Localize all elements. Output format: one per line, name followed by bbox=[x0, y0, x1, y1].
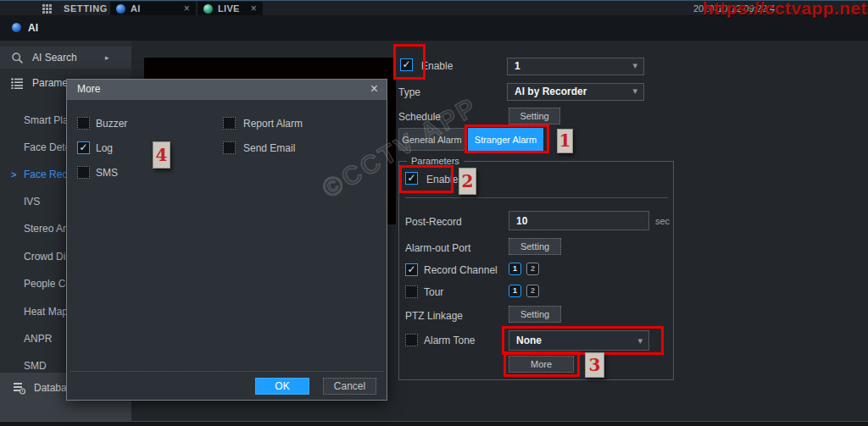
tour-2-button[interactable]: 2 bbox=[526, 285, 539, 297]
report-alarm-checkbox[interactable] bbox=[223, 117, 236, 130]
type-select[interactable]: AI by Recorder ▾ bbox=[507, 83, 644, 101]
annotation-step-3: 3 bbox=[585, 352, 604, 378]
tab-general-alarm[interactable]: General Alarm bbox=[398, 128, 465, 151]
chevron-down-icon: ▾ bbox=[637, 335, 643, 346]
tab-ai[interactable]: AI × bbox=[110, 2, 196, 15]
send-email-checkbox[interactable] bbox=[223, 141, 236, 154]
tab-stranger-alarm[interactable]: Stranger Alarm bbox=[468, 128, 543, 151]
datetime-display: 2020-10-12 09:22:4 bbox=[693, 2, 775, 16]
annotation-step-2: 2 bbox=[459, 168, 476, 195]
channel-select-value: 1 bbox=[515, 60, 520, 72]
list-icon bbox=[11, 78, 24, 89]
enable-checkbox[interactable]: ✓ bbox=[400, 58, 413, 71]
record-channel-checkbox[interactable]: ✓ bbox=[405, 263, 418, 276]
more-dialog-title: More bbox=[77, 83, 100, 95]
sms-label: SMS bbox=[96, 167, 118, 179]
check-icon: ✓ bbox=[402, 58, 410, 70]
enable-label: Enable bbox=[421, 60, 453, 72]
schedule-setting-button[interactable]: Setting bbox=[509, 108, 560, 124]
search-icon bbox=[11, 52, 24, 64]
database-icon bbox=[13, 382, 26, 395]
channel-select[interactable]: 1 ▾ bbox=[507, 58, 644, 75]
check-icon: ✓ bbox=[407, 263, 415, 275]
send-email-label: Send Email bbox=[243, 142, 295, 154]
more-dialog-titlebar[interactable]: More × bbox=[67, 80, 387, 100]
tour-label: Tour bbox=[424, 286, 443, 298]
bottom-strip bbox=[0, 421, 868, 426]
post-record-unit: sec bbox=[655, 216, 670, 226]
ok-button[interactable]: OK bbox=[255, 378, 309, 395]
alarm-tone-value: None bbox=[516, 335, 542, 346]
tab-ai-close-icon[interactable]: × bbox=[184, 3, 190, 14]
type-label: Type bbox=[398, 86, 420, 98]
sidebar-item-label: SMD bbox=[24, 360, 47, 372]
live-globe-icon bbox=[203, 4, 213, 14]
tour-checkbox[interactable] bbox=[405, 285, 418, 298]
log-checkbox[interactable]: ✓ bbox=[77, 141, 90, 154]
chevron-down-icon: ▾ bbox=[632, 86, 637, 97]
tour-1-button[interactable]: 1 bbox=[509, 285, 521, 297]
param-enable-checkbox[interactable]: ✓ bbox=[405, 172, 418, 185]
header-ai-icon bbox=[12, 23, 21, 32]
report-alarm-label: Report Alarm bbox=[243, 118, 303, 130]
ai-sphere-icon bbox=[116, 4, 125, 14]
sidebar-item-label: Heat Map bbox=[24, 306, 68, 318]
annotation-step-4: 4 bbox=[153, 141, 170, 169]
alarm-out-setting-button[interactable]: Setting bbox=[509, 238, 561, 255]
close-icon[interactable]: × bbox=[370, 81, 378, 97]
alarm-tone-checkbox[interactable] bbox=[405, 334, 418, 346]
top-tab-bar: SETTING AI × LIVE × 2020-10-12 09:22:4 bbox=[0, 0, 868, 15]
tab-ai-label: AI bbox=[131, 3, 141, 14]
log-label: Log bbox=[96, 142, 113, 154]
cancel-button[interactable]: Cancel bbox=[323, 378, 376, 395]
divider bbox=[70, 371, 383, 372]
more-button[interactable]: More bbox=[509, 356, 574, 373]
record-channel-1-button[interactable]: 1 bbox=[509, 263, 521, 275]
record-channel-label: Record Channel bbox=[424, 264, 498, 276]
tab-setting[interactable]: SETTING bbox=[64, 2, 108, 16]
chevron-down-icon: ▾ bbox=[632, 60, 637, 71]
page-title: AI bbox=[28, 22, 38, 34]
annotation-step-1: 1 bbox=[557, 129, 573, 153]
check-icon: ✓ bbox=[407, 172, 415, 184]
record-channel-2-button[interactable]: 2 bbox=[526, 263, 539, 275]
tab-live[interactable]: LIVE × bbox=[198, 2, 263, 15]
post-record-input[interactable] bbox=[509, 211, 649, 230]
schedule-label: Schedule bbox=[398, 111, 441, 123]
ptz-linkage-label: PTZ Linkage bbox=[405, 310, 463, 322]
buzzer-checkbox[interactable] bbox=[77, 117, 90, 130]
param-enable-label: Enable bbox=[426, 174, 458, 185]
sidebar-item-ai-search[interactable]: AI Search ▸ bbox=[0, 47, 131, 69]
tab-live-close-icon[interactable]: × bbox=[251, 3, 257, 14]
apps-grid-icon[interactable] bbox=[42, 4, 45, 7]
screen: SETTING AI × LIVE × 2020-10-12 09:22:4 h… bbox=[0, 0, 868, 426]
post-record-label: Post-Record bbox=[405, 216, 462, 228]
tab-live-label: LIVE bbox=[218, 3, 240, 14]
sidebar-item-label: ANPR bbox=[24, 333, 52, 345]
page-header: AI bbox=[0, 15, 868, 41]
type-select-value: AI by Recorder bbox=[515, 86, 587, 97]
sms-checkbox[interactable] bbox=[77, 166, 90, 179]
more-dialog: More × Buzzer ✓ Log SMS Report Alarm Sen… bbox=[66, 79, 387, 401]
alarm-tone-select[interactable]: None ▾ bbox=[509, 330, 649, 351]
alarm-out-port-label: Alarm-out Port bbox=[405, 242, 470, 254]
chevron-right-icon: ▸ bbox=[105, 47, 109, 69]
sidebar-item-label: IVS bbox=[24, 196, 40, 207]
check-icon: ✓ bbox=[79, 141, 87, 153]
ptz-setting-button[interactable]: Setting bbox=[509, 306, 561, 323]
active-arrow-icon: > bbox=[11, 166, 16, 183]
sidebar-ai-search-label: AI Search bbox=[32, 52, 77, 64]
alarm-tone-label: Alarm Tone bbox=[424, 335, 475, 346]
buzzer-label: Buzzer bbox=[96, 118, 127, 130]
parameters-group-title: Parameters bbox=[407, 156, 464, 166]
divider bbox=[405, 197, 668, 198]
